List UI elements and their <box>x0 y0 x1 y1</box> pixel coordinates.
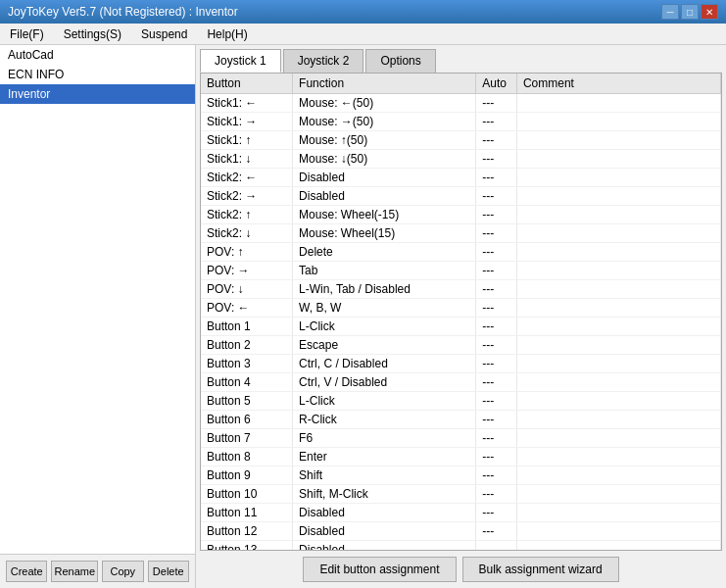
table-row[interactable]: Button 5L-Click--- <box>201 392 721 411</box>
table-row[interactable]: Stick2: ←Disabled--- <box>201 169 721 187</box>
delete-sidebar-button[interactable]: Delete <box>148 561 189 582</box>
cell-auto: --- <box>476 224 517 243</box>
cell-auto: --- <box>476 299 517 318</box>
table-row[interactable]: Button 10Shift, M-Click--- <box>201 485 721 504</box>
cell-function: Shift, M-Click <box>293 485 476 504</box>
table-row[interactable]: Button 12Disabled--- <box>201 522 721 541</box>
table-row[interactable]: Button 8Enter--- <box>201 448 721 466</box>
menu-item-settings[interactable]: Settings(S) <box>58 25 127 43</box>
cell-button: Stick2: ← <box>201 169 293 187</box>
minimize-button[interactable]: ─ <box>661 4 679 20</box>
cell-auto: --- <box>476 94 517 113</box>
menu-item-file[interactable]: File(F) <box>4 25 50 43</box>
menu-bar: File(F)Settings(S)SuspendHelp(H) <box>0 24 726 45</box>
cell-auto: --- <box>476 187 517 206</box>
window-title: JoyToKey Ver5.7 (Not Registered) : Inven… <box>8 5 238 19</box>
cell-comment <box>516 448 720 466</box>
cell-auto: --- <box>476 243 517 262</box>
table-row[interactable]: Stick1: →Mouse: →(50)--- <box>201 113 721 131</box>
tab-joystick1[interactable]: Joystick 1 <box>200 49 281 73</box>
table-row[interactable]: Stick2: →Disabled--- <box>201 187 721 206</box>
table-row[interactable]: Stick2: ↓Mouse: Wheel(15)--- <box>201 224 721 243</box>
cell-function: W, B, W <box>293 299 476 318</box>
table-row[interactable]: POV: ↓L-Win, Tab / Disabled--- <box>201 280 721 299</box>
cell-comment <box>516 466 720 485</box>
table-row[interactable]: Button 3Ctrl, C / Disabled--- <box>201 355 721 373</box>
table-row[interactable]: POV: ←W, B, W--- <box>201 299 721 318</box>
sidebar-item-inventor[interactable]: Inventor <box>0 84 195 104</box>
table-row[interactable]: POV: →Tab--- <box>201 262 721 280</box>
cell-function: Mouse: ↑(50) <box>293 131 476 150</box>
cell-function: Disabled <box>293 187 476 206</box>
content-area: Joystick 1Joystick 2Options Button Funct… <box>196 45 726 588</box>
restore-button[interactable]: □ <box>681 4 699 20</box>
tab-options[interactable]: Options <box>365 49 435 73</box>
cell-comment <box>516 280 720 299</box>
sidebar-item-ecninfo[interactable]: ECN INFO <box>0 65 195 84</box>
cell-button: Button 7 <box>201 429 293 448</box>
cell-function: L-Click <box>293 392 476 411</box>
cell-button: Button 9 <box>201 466 293 485</box>
table-row[interactable]: Button 9Shift--- <box>201 466 721 485</box>
cell-auto: --- <box>476 355 517 373</box>
table-row[interactable]: Button 1L-Click--- <box>201 318 721 336</box>
table-row[interactable]: Button 4Ctrl, V / Disabled--- <box>201 373 721 392</box>
cell-comment <box>516 522 720 541</box>
table-row[interactable]: Button 11Disabled--- <box>201 504 721 522</box>
cell-button: POV: → <box>201 262 293 280</box>
table-row[interactable]: POV: ↑Delete--- <box>201 243 721 262</box>
close-button[interactable]: ✕ <box>701 4 718 20</box>
table-row[interactable]: Stick2: ↑Mouse: Wheel(-15)--- <box>201 206 721 224</box>
edit-button-assignment-button[interactable]: Edit button assignment <box>303 557 456 582</box>
cell-button: POV: ↓ <box>201 280 293 299</box>
table-row[interactable]: Stick1: ←Mouse: ←(50)--- <box>201 94 721 113</box>
col-function: Function <box>293 74 476 94</box>
table-row[interactable]: Stick1: ↑Mouse: ↑(50)--- <box>201 131 721 150</box>
cell-comment <box>516 392 720 411</box>
cell-function: R-Click <box>293 411 476 429</box>
tab-joystick2[interactable]: Joystick 2 <box>283 49 364 73</box>
cell-comment <box>516 113 720 131</box>
cell-auto: --- <box>476 206 517 224</box>
cell-function: Ctrl, V / Disabled <box>293 373 476 392</box>
cell-auto: --- <box>476 113 517 131</box>
cell-button: Button 13 <box>201 541 293 551</box>
cell-button: Button 2 <box>201 336 293 355</box>
window-controls: ─ □ ✕ <box>661 4 718 20</box>
cell-function: Disabled <box>293 169 476 187</box>
cell-button: Stick2: ↓ <box>201 224 293 243</box>
table-row[interactable]: Stick1: ↓Mouse: ↓(50)--- <box>201 150 721 169</box>
rename-sidebar-button[interactable]: Rename <box>51 561 98 582</box>
table-row[interactable]: Button 6R-Click--- <box>201 411 721 429</box>
cell-comment <box>516 224 720 243</box>
table-row[interactable]: Button 7F6--- <box>201 429 721 448</box>
cell-auto: --- <box>476 373 517 392</box>
bulk-assignment-wizard-button[interactable]: Bulk assignment wizard <box>462 557 619 582</box>
cell-comment <box>516 150 720 169</box>
col-auto: Auto <box>476 74 517 94</box>
cell-comment <box>516 485 720 504</box>
cell-auto: --- <box>476 522 517 541</box>
cell-auto: --- <box>476 131 517 150</box>
table-row[interactable]: Button 2Escape--- <box>201 336 721 355</box>
cell-button: Stick1: ↓ <box>201 150 293 169</box>
cell-button: Stick2: → <box>201 187 293 206</box>
cell-button: Stick2: ↑ <box>201 206 293 224</box>
sidebar-item-autocad[interactable]: AutoCad <box>0 45 195 65</box>
cell-function: Delete <box>293 243 476 262</box>
cell-auto: --- <box>476 466 517 485</box>
cell-function: L-Win, Tab / Disabled <box>293 280 476 299</box>
cell-comment <box>516 206 720 224</box>
cell-comment <box>516 94 720 113</box>
menu-item-suspend[interactable]: Suspend <box>135 25 193 43</box>
cell-comment <box>516 373 720 392</box>
cell-comment <box>516 504 720 522</box>
menu-item-help[interactable]: Help(H) <box>201 25 253 43</box>
table-row[interactable]: Button 13Disabled--- <box>201 541 721 551</box>
create-sidebar-button[interactable]: Create <box>6 561 47 582</box>
cell-auto: --- <box>476 448 517 466</box>
copy-sidebar-button[interactable]: Copy <box>102 561 143 582</box>
sidebar-list: AutoCadECN INFOInventor <box>0 45 195 554</box>
cell-button: Button 4 <box>201 373 293 392</box>
table-scroll[interactable]: Button Function Auto Comment Stick1: ←Mo… <box>201 74 721 550</box>
